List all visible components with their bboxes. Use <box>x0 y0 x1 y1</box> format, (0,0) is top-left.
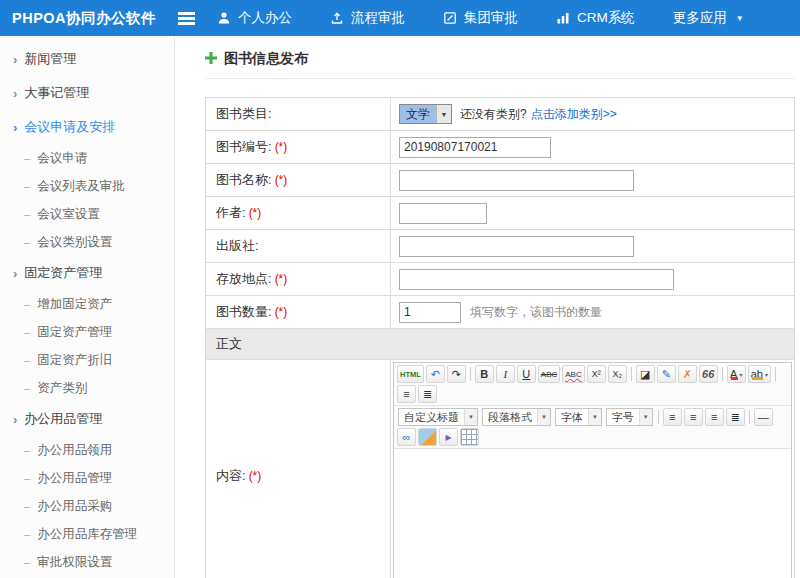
content-label: 内容: (*) <box>206 360 391 578</box>
required-marker: (*) <box>275 173 288 187</box>
custom-title-select[interactable]: 自定义标题▼ <box>398 408 478 426</box>
form-row-content: 内容: (*) HTML↶↷BIUABCABCX²X₂◪✎✗66A▾ab▾≡≣ … <box>206 360 794 578</box>
nav-more-apps[interactable]: 更多应用 ▼ <box>673 9 744 27</box>
label-text: 图书名称: <box>216 171 272 189</box>
undo-button[interactable]: ↶ <box>426 365 445 383</box>
table-button[interactable] <box>460 428 479 446</box>
sidebar-item-label: 资产类别 <box>37 380 87 397</box>
redo-button[interactable]: ↷ <box>447 365 466 383</box>
format-painter-button[interactable]: ✎ <box>657 365 676 383</box>
sidebar-sub-item[interactable]: –会议室设置 <box>0 200 174 228</box>
quantity-input[interactable] <box>399 302 461 323</box>
sidebar-group-item[interactable]: ›新闻管理 <box>0 42 174 76</box>
sidebar: ›新闻管理›大事记管理›会议申请及安排–会议申请–会议列表及审批–会议室设置–会… <box>0 36 175 578</box>
dash-icon: – <box>24 528 30 540</box>
unordered-list-button[interactable]: ≡ <box>397 385 416 403</box>
nav-process-approval[interactable]: 流程审批 <box>330 9 405 27</box>
nav-group-approval[interactable]: 集团审批 <box>443 9 518 27</box>
nav-label: 更多应用 <box>673 9 727 27</box>
sidebar-item-label: 办公用品管理 <box>24 410 102 428</box>
category-select[interactable]: 文学 ▼ <box>399 104 452 124</box>
sidebar-group-item[interactable]: ›大事记管理 <box>0 76 174 110</box>
paragraph-format-select[interactable]: 段落格式▼ <box>482 408 551 426</box>
underline-button[interactable]: U <box>517 365 536 383</box>
sidebar-sub-item[interactable]: –办公用品领用 <box>0 436 174 464</box>
author-label: 作者: (*) <box>206 197 391 229</box>
align-center-button[interactable]: ≡ <box>684 408 703 426</box>
image-button[interactable] <box>418 428 437 446</box>
media-button[interactable]: ▶ <box>439 428 458 446</box>
sidebar-sub-item[interactable]: –审批权限设置 <box>0 548 174 576</box>
toolbar-separator <box>631 367 632 381</box>
sidebar-group-item[interactable]: ›办公用品管理 <box>0 402 174 436</box>
superscript-button[interactable]: X² <box>587 365 606 383</box>
link-button[interactable]: ∞ <box>397 428 416 446</box>
sidebar-group-item[interactable]: ›会议申请及安排 <box>0 110 174 144</box>
nav-crm-system[interactable]: CRM系统 <box>556 9 635 27</box>
blockquote-button[interactable]: 66 <box>699 365 718 383</box>
editor-content-area[interactable] <box>394 449 791 578</box>
page-title: 图书信息发布 <box>224 50 308 68</box>
sidebar-item-label: 固定资产管理 <box>24 264 102 282</box>
font-color-button[interactable]: A▾ <box>727 365 746 383</box>
add-category-link[interactable]: 点击添加类别>> <box>531 106 617 123</box>
sidebar-sub-item[interactable]: –办公用品采购 <box>0 492 174 520</box>
align-left-button[interactable]: ≡ <box>663 408 682 426</box>
dash-icon: – <box>24 382 30 394</box>
toolbar-separator <box>658 410 659 424</box>
chevron-down-icon: ▼ <box>736 14 744 23</box>
sidebar-sub-item[interactable]: –会议申请 <box>0 144 174 172</box>
toolbar-select-label: 字号 <box>607 410 639 425</box>
subscript-button[interactable]: X₂ <box>608 365 627 383</box>
align-right-button[interactable]: ≡ <box>705 408 724 426</box>
publisher-input[interactable] <box>399 236 634 257</box>
sidebar-sub-item[interactable]: –固定资产管理 <box>0 318 174 346</box>
toolbar-select-label: 字体 <box>556 410 588 425</box>
label-text: 作者: <box>216 204 246 222</box>
eraser-button[interactable]: ◪ <box>636 365 655 383</box>
label-text: 出版社: <box>216 237 259 255</box>
sidebar-sub-item[interactable]: –办公用品管理 <box>0 464 174 492</box>
chevron-down-icon: ▼ <box>436 105 451 123</box>
horizontal-rule-button[interactable]: — <box>754 408 773 426</box>
location-input[interactable] <box>399 269 674 290</box>
font-size-select[interactable]: 字号▼ <box>606 408 653 426</box>
strikethrough-button[interactable]: ABC <box>538 365 560 383</box>
nav-label: 个人办公 <box>238 9 292 27</box>
edit-document-icon <box>443 11 457 25</box>
book-number-label: 图书编号: (*) <box>206 131 391 163</box>
bold-button[interactable]: B <box>475 365 494 383</box>
chevron-down-icon: ▼ <box>588 409 601 425</box>
label-text: 存放地点: <box>216 270 272 288</box>
book-name-input[interactable] <box>399 170 634 191</box>
font-family-select[interactable]: 字体▼ <box>555 408 602 426</box>
user-icon <box>217 11 231 25</box>
sidebar-sub-item[interactable]: –会议类别设置 <box>0 228 174 256</box>
top-bar: PHPOA协同办公软件 个人办公 流程审批 集团审批 CRM系统 更多应用 ▼ <box>0 0 800 36</box>
remove-format-button[interactable]: ✗ <box>678 365 697 383</box>
label-text: 图书编号: <box>216 138 272 156</box>
nav-label: 集团审批 <box>464 9 518 27</box>
chevron-right-icon: › <box>13 412 17 427</box>
sidebar-sub-item[interactable]: –固定资产折旧 <box>0 346 174 374</box>
align-justify-button[interactable]: ≣ <box>726 408 745 426</box>
dash-icon: – <box>24 354 30 366</box>
rich-text-editor: HTML↶↷BIUABCABCX²X₂◪✎✗66A▾ab▾≡≣ 自定义标题▼段落… <box>393 362 792 578</box>
italic-button[interactable]: I <box>496 365 515 383</box>
sidebar-sub-item[interactable]: –增加固定资产 <box>0 290 174 318</box>
highlight-color-button[interactable]: ab▾ <box>748 365 771 383</box>
html-source-button[interactable]: HTML <box>397 365 424 383</box>
author-input[interactable] <box>399 203 487 224</box>
book-number-input[interactable] <box>399 137 551 158</box>
spellcheck-button[interactable]: ABC <box>562 365 584 383</box>
dash-icon: – <box>24 152 30 164</box>
sidebar-sub-item[interactable]: –资产类别 <box>0 374 174 402</box>
sidebar-group-item[interactable]: ›固定资产管理 <box>0 256 174 290</box>
ordered-list-button[interactable]: ≣ <box>418 385 437 403</box>
sidebar-sub-item[interactable]: –会议列表及审批 <box>0 172 174 200</box>
menu-toggle-icon[interactable] <box>178 12 195 25</box>
dash-icon: – <box>24 298 30 310</box>
sidebar-sub-item[interactable]: –办公用品库存管理 <box>0 520 174 548</box>
nav-personal-office[interactable]: 个人办公 <box>217 9 292 27</box>
required-marker: (*) <box>275 272 288 286</box>
